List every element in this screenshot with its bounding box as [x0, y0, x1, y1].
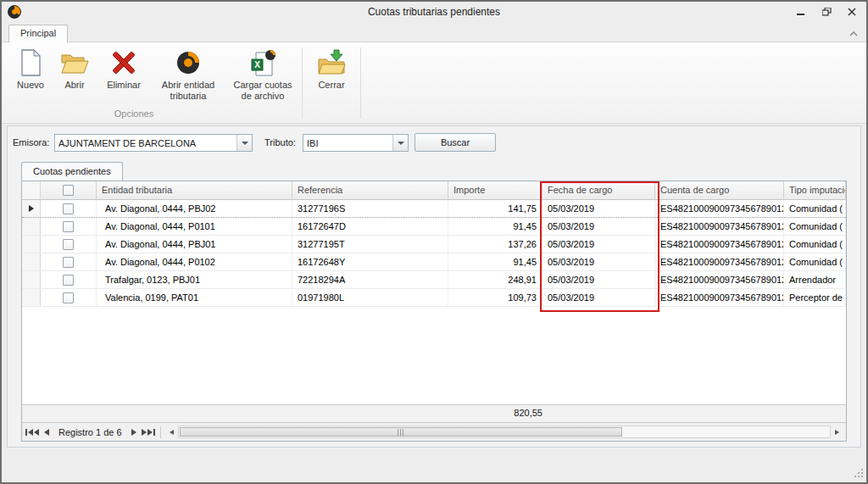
row-checkbox[interactable] [63, 239, 74, 250]
first-record-button[interactable] [25, 425, 39, 439]
close-button[interactable] [844, 5, 860, 19]
svg-text:X: X [254, 60, 260, 70]
row-checkbox[interactable] [63, 257, 74, 268]
last-record-icon [142, 429, 147, 436]
grid-row-4[interactable]: Av. Diagonal, 0444, P0102 16172648Y 91,4… [22, 253, 846, 271]
cell-entidad-tributaria[interactable]: Av. Diagonal, 0444, P0101 [97, 218, 292, 235]
button-label: Nuevo [17, 80, 44, 91]
importe-total: 820,55 [448, 405, 548, 421]
resize-grip[interactable] [853, 467, 864, 480]
dropdown-button[interactable] [392, 135, 408, 151]
last-record-button[interactable] [142, 425, 156, 439]
cell-referencia[interactable]: 01971980L [292, 289, 448, 306]
cell-importe[interactable]: 248,91 [448, 271, 542, 288]
minimize-button[interactable] [793, 5, 809, 19]
cell-importe[interactable]: 91,45 [448, 218, 542, 235]
cerrar-button[interactable]: Cerrar [304, 46, 359, 92]
row-indicator-cell [22, 236, 41, 253]
column-header-importe[interactable]: Importe [448, 181, 542, 200]
select-all-checkbox[interactable] [63, 185, 74, 196]
column-header-fecha-de-cargo[interactable]: Fecha de cargo [542, 181, 655, 200]
cell-tipo-imputacion[interactable]: Comunidad ( Ga [784, 200, 846, 217]
cell-importe[interactable]: 109,73 [448, 289, 542, 306]
cell-fecha-de-cargo[interactable]: 05/03/2019 [542, 253, 655, 270]
ribbon-tab-row: Principal [2, 23, 866, 42]
cell-referencia[interactable]: 16172648Y [292, 253, 448, 270]
cell-tipo-imputacion[interactable]: Arrendador [784, 271, 846, 288]
cell-tipo-imputacion[interactable]: Comunidad ( Ga [784, 236, 846, 253]
grid-row-5[interactable]: Trafalgar, 0123, PBJ01 72218294A 248,91 … [22, 271, 846, 289]
cell-importe[interactable]: 91,45 [448, 253, 542, 270]
cell-cuenta-de-cargo[interactable]: ES4821000900973456789012 [655, 271, 784, 288]
header-indicator-cell [22, 181, 41, 200]
title-bar[interactable]: Cuotas tributarias pendientes [2, 2, 866, 23]
cell-tipo-imputacion[interactable]: Comunidad ( Ga [784, 253, 846, 270]
abrir-button[interactable]: Abrir [53, 46, 97, 92]
cell-fecha-de-cargo[interactable]: 05/03/2019 [542, 289, 655, 306]
current-row-arrow-icon [29, 205, 34, 212]
excel-file-icon: X [249, 47, 276, 78]
cell-entidad-tributaria[interactable]: Av. Diagonal, 0444, PBJ01 [97, 236, 292, 253]
cell-entidad-tributaria[interactable]: Valencia, 0199, PAT01 [97, 289, 292, 306]
tab-principal[interactable]: Principal [8, 25, 68, 42]
cell-cuenta-de-cargo[interactable]: ES4821000900973456789012 [655, 236, 784, 253]
button-label: Cargar cuotas de archivo [229, 80, 297, 102]
column-header-tipo-imputacion[interactable]: Tipo imputación [784, 181, 846, 200]
ribbon-separator [302, 47, 303, 119]
cell-entidad-tributaria[interactable]: Av. Diagonal, 0444, P0102 [97, 253, 292, 270]
eliminar-button[interactable]: Eliminar [97, 46, 151, 92]
close-icon [848, 8, 856, 16]
cell-referencia[interactable]: 16172647D [292, 218, 448, 235]
cell-tipo-imputacion[interactable]: Perceptor de re [784, 289, 846, 306]
row-select-cell [41, 289, 97, 306]
row-select-cell [41, 271, 97, 288]
cell-fecha-de-cargo[interactable]: 05/03/2019 [542, 236, 655, 253]
buscar-button[interactable]: Buscar [415, 133, 496, 152]
tributo-combobox[interactable]: IBI [303, 134, 409, 152]
grid-header: Entidad tributaria Referencia Importe Fe… [22, 181, 846, 200]
cell-entidad-tributaria[interactable]: Av. Diagonal, 0444, PBJ02 [97, 200, 292, 217]
cell-fecha-de-cargo[interactable]: 05/03/2019 [542, 271, 655, 288]
cell-entidad-tributaria[interactable]: Trafalgar, 0123, PBJ01 [97, 271, 292, 288]
row-checkbox[interactable] [63, 275, 74, 286]
row-checkbox[interactable] [63, 221, 74, 232]
cell-cuenta-de-cargo[interactable]: ES4821000900973456789012 [655, 200, 784, 217]
cell-importe[interactable]: 137,26 [448, 236, 542, 253]
row-checkbox[interactable] [63, 203, 74, 214]
cell-cuenta-de-cargo[interactable]: ES4821000900973456789012 [655, 253, 784, 270]
abrir-entidad-tributaria-button[interactable]: Abrir entidad tributaria [151, 46, 225, 103]
grid-row-2[interactable]: Av. Diagonal, 0444, P0101 16172647D 91,4… [22, 218, 846, 236]
cell-cuenta-de-cargo[interactable]: ES4821000900973456789012 [655, 218, 784, 235]
cell-referencia[interactable]: 72218294A [292, 271, 448, 288]
cell-fecha-de-cargo[interactable]: 05/03/2019 [542, 218, 655, 235]
cell-tipo-imputacion[interactable]: Comunidad ( Ga [784, 218, 846, 235]
scroll-left-button[interactable] [165, 426, 178, 438]
ribbon-collapse-icon[interactable] [849, 29, 858, 39]
grid-row-3[interactable]: Av. Diagonal, 0444, PBJ01 31277195T 137,… [22, 236, 846, 253]
emisora-combobox[interactable]: AJUNTAMENT DE BARCELONA [54, 134, 253, 152]
column-header-entidad-tributaria[interactable]: Entidad tributaria [97, 181, 292, 200]
cell-cuenta-de-cargo[interactable]: ES4821000900973456789012 [655, 289, 784, 306]
grid-row-1[interactable]: Av. Diagonal, 0444, PBJ02 31277196S 141,… [22, 200, 846, 218]
scrollbar-track[interactable] [178, 426, 831, 438]
next-record-button[interactable] [127, 425, 142, 439]
grid-row-6[interactable]: Valencia, 0199, PAT01 01971980L 109,73 0… [22, 289, 846, 307]
cell-referencia[interactable]: 31277195T [292, 236, 448, 253]
row-checkbox[interactable] [63, 292, 74, 303]
cargar-cuotas-button[interactable]: X Cargar cuotas de archivo [225, 46, 300, 103]
cell-referencia[interactable]: 31277196S [292, 200, 448, 217]
cell-fecha-de-cargo[interactable]: 05/03/2019 [542, 200, 655, 217]
cell-importe[interactable]: 141,75 [448, 200, 542, 217]
column-header-cuenta-de-cargo[interactable]: Cuenta de cargo [655, 181, 784, 200]
previous-record-button[interactable] [39, 425, 53, 439]
button-label: Abrir [64, 80, 84, 91]
horizontal-scrollbar[interactable] [165, 426, 843, 439]
row-select-cell [41, 200, 97, 217]
scroll-right-button[interactable] [831, 426, 843, 438]
column-header-referencia[interactable]: Referencia [292, 181, 448, 200]
restore-button[interactable] [819, 5, 834, 19]
dropdown-button[interactable] [236, 135, 252, 151]
scrollbar-thumb[interactable] [180, 427, 623, 437]
nuevo-button[interactable]: Nuevo [8, 46, 53, 92]
tab-cuotas-pendientes[interactable]: Cuotas pendientes [21, 162, 123, 181]
